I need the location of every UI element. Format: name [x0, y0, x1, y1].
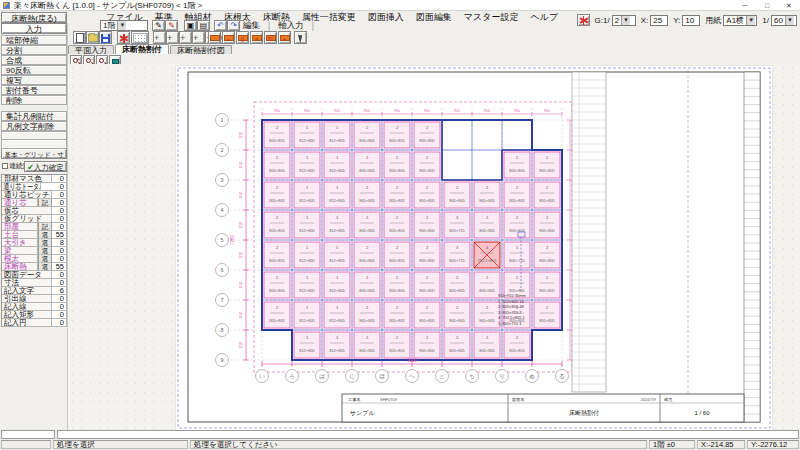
ins-copy-icon[interactable]: + — [278, 31, 291, 44]
command-box-main[interactable] — [57, 430, 799, 439]
redraw-icon[interactable] — [117, 31, 130, 44]
count-value: 0 — [52, 255, 67, 262]
count-value: 0 — [52, 215, 67, 222]
sidebar-item-3[interactable]: 合成 — [1, 55, 67, 65]
sidebar-item-5[interactable]: 複写 — [1, 75, 67, 85]
floor-insulation-back-button[interactable]: 床断熱(戻る) — [1, 12, 67, 23]
legend-line: 910×910 30mm — [498, 293, 527, 298]
panel-size: 812×805 — [299, 288, 315, 293]
minimize-button[interactable]: ─ — [734, 0, 756, 11]
drawing-canvas[interactable]: 2805×8051812×8051812×8052805×8052805×805… — [68, 64, 800, 430]
count-value: 0 — [52, 191, 67, 198]
count-row: 引出線0 — [2, 295, 67, 303]
count-label: 記入線 — [2, 303, 52, 310]
axis-row-label: 7 — [220, 297, 223, 303]
axis-col-label: ろ — [289, 373, 295, 379]
count-row: 通り芯ピッチ0 — [2, 191, 67, 199]
panel-size: 805×805 — [389, 348, 405, 353]
count-row: 床断熱選択55 — [2, 263, 67, 271]
count-value: 0 — [52, 207, 67, 214]
sidebar-item-2[interactable]: 分割 — [1, 45, 67, 55]
snap-mode-icon-3[interactable]: + — [179, 31, 192, 44]
count-row: 土台選択55 — [2, 231, 67, 239]
input-confirm-button[interactable]: ✔入力確定 — [24, 161, 67, 172]
snap-mode-icon-2[interactable]: + — [166, 31, 179, 44]
count-select-button[interactable]: 選択 — [38, 263, 52, 270]
count-select-button[interactable]: 選択 — [38, 239, 52, 246]
frame-icon[interactable]: ▣ — [184, 20, 197, 31]
count-label: 根太 — [2, 255, 38, 262]
tool-group-tab-2[interactable]: 軸入力 — [278, 20, 304, 32]
floor-select[interactable]: 1階▼ — [100, 20, 148, 31]
panel-size: 805×805 — [449, 288, 465, 293]
dim-row-value: 910 — [238, 221, 243, 228]
dim-col-value: 910 — [304, 109, 310, 113]
ins-input-icon[interactable] — [208, 31, 221, 44]
count-row: 記入線0 — [2, 303, 67, 311]
tool-group-tab-1[interactable]: 編集 — [243, 20, 260, 32]
dim-col-value: 910 — [454, 109, 460, 113]
ins-merge-icon[interactable]: × — [250, 31, 263, 44]
sidebar-item-1[interactable]: 端部伸縮 — [1, 35, 67, 45]
dim-row-value: 910 — [238, 131, 243, 138]
maximize-button[interactable]: □ — [756, 0, 778, 11]
count-select-button[interactable]: 記号 — [38, 223, 52, 230]
open-file-icon[interactable] — [86, 31, 99, 44]
save-icon[interactable] — [99, 31, 112, 44]
panel-size: 805×805 — [509, 168, 525, 173]
grid-settings-button[interactable]: 基本・グリッド・寸法[入力] — [1, 148, 67, 159]
toolbar-lower: ++++++↔||×↻+ — [68, 31, 800, 44]
command-box-left[interactable] — [1, 430, 55, 439]
title-block — [342, 394, 744, 422]
print-icon[interactable]: ▤ — [197, 20, 210, 31]
sidebar-item-empty-2[interactable] — [1, 139, 67, 149]
redo-icon[interactable]: ↷ — [227, 20, 240, 31]
snap-mode-icon-1[interactable]: + — [153, 31, 166, 44]
count-value: 0 — [52, 303, 67, 310]
count-value: 8 — [52, 239, 67, 246]
count-row: 仮グリッド0 — [2, 215, 67, 223]
count-label: 通り芯トータル — [2, 183, 41, 190]
panel-size: 805×805 — [449, 348, 465, 353]
sidebar-item-6[interactable]: 割付番号 — [1, 85, 67, 95]
axis-row-label: 8 — [220, 327, 223, 333]
continuous-checkbox[interactable] — [2, 163, 8, 169]
tab-平面入力[interactable]: 平面入力 — [68, 45, 114, 54]
tab-床断熱割付[interactable]: 床断熱割付 — [115, 44, 169, 54]
snap-mode-icon-4[interactable]: + — [192, 31, 205, 44]
count-value: 0 — [52, 199, 67, 206]
undo-icon[interactable]: ↶ — [214, 20, 227, 31]
count-select-button[interactable]: 選択 — [38, 247, 52, 254]
panel-size: 805×805 — [389, 288, 405, 293]
dim-row-value: 910 — [238, 341, 243, 348]
sidebar-item-4[interactable]: 90反転 — [1, 65, 67, 75]
count-select-button[interactable]: 選択 — [38, 231, 52, 238]
ins-divide-icon[interactable]: || — [236, 31, 249, 44]
separator: | — [312, 21, 314, 31]
tab-床断熱割付図[interactable]: 床断熱割付図 — [170, 45, 232, 54]
grid-toggle-icon[interactable] — [131, 31, 149, 44]
sidebar-item-legend-2[interactable]: 凡例文字削除 — [1, 121, 67, 131]
cursor-icon[interactable] — [294, 31, 307, 44]
panel-size: 805×805 — [539, 168, 555, 173]
axis-col-label: ぬ — [529, 373, 535, 379]
ins-rotate-icon[interactable]: ↻ — [264, 31, 277, 44]
sidebar-item-7[interactable]: 削除 — [1, 95, 67, 105]
frame-strip-table — [744, 72, 760, 422]
panel-size: 812×805 — [329, 348, 345, 353]
count-row: 寸法0 — [2, 279, 67, 287]
new-document-icon[interactable] — [73, 31, 86, 44]
panel-size: 805×805 — [509, 348, 525, 353]
count-value: 55 — [52, 231, 67, 238]
panel-size: 805×805 — [479, 348, 495, 353]
pen-off-icon[interactable]: ✎ — [165, 20, 178, 31]
count-label: 引出線 — [2, 295, 52, 302]
ins-stretch-icon[interactable]: ↔ — [222, 31, 235, 44]
sidebar-item-legend-1[interactable]: 集計凡例貼付 — [1, 111, 67, 121]
close-button[interactable]: ✕ — [778, 0, 800, 11]
count-select-button[interactable]: 記号 — [38, 199, 52, 206]
sidebar-item-input[interactable]: 入力 — [1, 23, 67, 34]
count-select-button[interactable]: 選択 — [38, 255, 52, 262]
panel-size: 812×805 — [299, 168, 315, 173]
pen-icon[interactable]: ✎ — [152, 20, 165, 31]
